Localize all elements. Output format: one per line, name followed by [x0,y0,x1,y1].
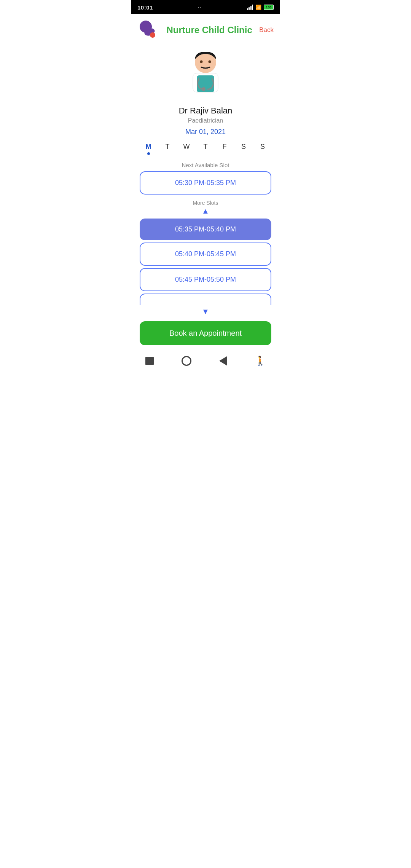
slot-button-1[interactable]: 05:35 PM-05:40 PM [140,219,271,240]
day-wednesday[interactable]: W [180,143,193,155]
nav-stop-icon[interactable] [145,357,154,365]
day-sunday-label: S [260,143,265,151]
day-tuesday-label: T [166,143,170,151]
status-bar: 10:01 ·· 📶 100 [131,0,280,14]
day-sunday[interactable]: S [256,143,269,155]
day-selector: M T W T F S S [131,136,280,156]
day-monday-dot [147,152,150,155]
day-thursday[interactable]: T [199,143,212,155]
slot-button-2[interactable]: 05:40 PM-05:45 PM [140,243,271,266]
day-friday-label: F [223,143,227,151]
status-dots: ·· [198,4,202,10]
slot-button-3[interactable]: 05:45 PM-05:50 PM [140,268,271,291]
svg-point-2 [150,32,155,38]
day-saturday-label: S [241,143,246,151]
next-slot-section: Next Available Slot 05:30 PM-05:35 PM Mo… [131,156,280,219]
battery-icon: 100 [264,5,274,10]
back-button[interactable]: Back [259,26,274,34]
bottom-nav: 🚶 [131,350,280,372]
nav-home-icon[interactable] [182,356,191,366]
arrow-up-icon[interactable]: ▲ [140,207,271,215]
svg-point-5 [209,61,211,63]
status-time: 10:01 [137,4,153,11]
slots-list: 05:35 PM-05:40 PM 05:40 PM-05:45 PM 05:4… [131,219,280,316]
header: Nurture Child Clinic Back [131,14,280,45]
doctor-avatar [131,48,280,99]
book-section: Book an Appointment [131,316,280,350]
wifi-icon: 📶 [255,5,261,10]
doctor-name: Dr Rajiv Balan [131,106,280,116]
day-monday[interactable]: M [142,143,155,155]
day-tuesday[interactable]: T [161,143,174,155]
doctor-specialty: Paediatrician [131,117,280,124]
appointment-date: Mar 01, 2021 [131,128,280,136]
more-slots-label: More Slots [140,200,271,206]
svg-rect-7 [197,75,214,92]
next-slot-button[interactable]: 05:30 PM-05:35 PM [140,171,271,195]
status-icons: 📶 100 [247,5,274,10]
day-thursday-label: T [204,143,208,151]
clinic-logo [137,19,159,41]
next-slot-label: Next Available Slot [140,162,271,168]
slot-button-partial [140,294,271,305]
day-monday-label: M [146,143,151,151]
book-appointment-button[interactable]: Book an Appointment [140,321,271,345]
arrow-down-icon[interactable]: ▼ [140,307,271,316]
signal-icon [247,5,253,10]
nav-person-icon[interactable]: 🚶 [255,356,266,366]
svg-point-8 [202,87,206,91]
day-wednesday-label: W [183,143,190,151]
day-saturday[interactable]: S [237,143,250,155]
svg-point-4 [200,61,203,63]
clinic-name: Nurture Child Clinic [159,25,259,35]
day-friday[interactable]: F [218,143,231,155]
nav-back-icon[interactable] [219,356,227,365]
